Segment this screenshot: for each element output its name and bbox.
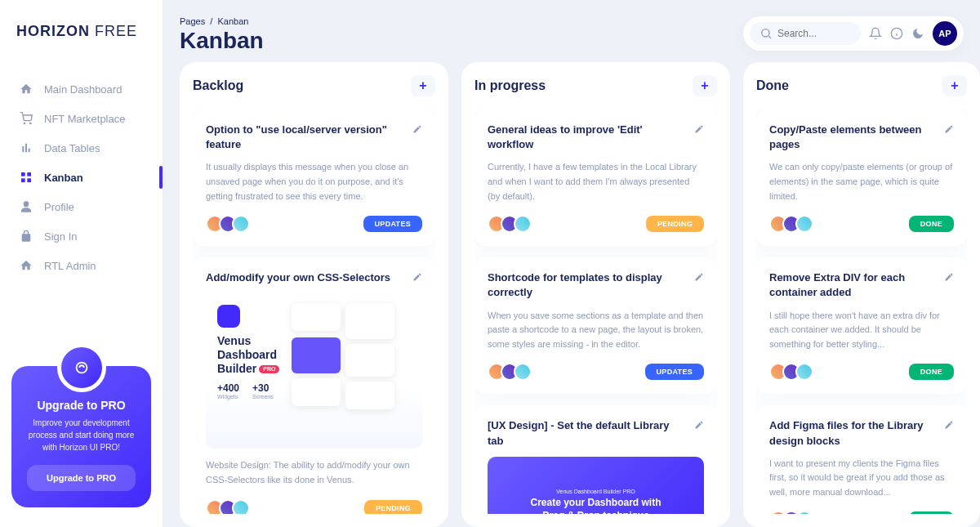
- kanban-card[interactable]: Copy/Paste elements between pagesWe can …: [756, 109, 967, 246]
- search-input[interactable]: [777, 28, 851, 39]
- kanban-card[interactable]: Option to "use local/server version" fea…: [193, 109, 435, 246]
- avatars: [769, 363, 813, 381]
- breadcrumb[interactable]: Pages / Kanban: [180, 16, 264, 26]
- avatars: [206, 499, 250, 514]
- status-badge: DONE: [909, 511, 954, 514]
- upgrade-button[interactable]: Upgrade to PRO: [27, 465, 136, 491]
- home-icon: [20, 259, 33, 272]
- nav-label: RTL Admin: [44, 260, 96, 272]
- card-footer: UPDATES: [206, 215, 422, 233]
- status-badge: UPDATES: [645, 364, 704, 380]
- avatar: [514, 215, 532, 233]
- card-title: [UX Design] - Set the default Library ta…: [488, 418, 686, 448]
- svg-point-1: [30, 123, 31, 123]
- moon-icon[interactable]: [911, 27, 924, 40]
- card-desc: We can only copy/paste elements (or grou…: [769, 160, 954, 203]
- card-title: Shortcode for templates to display corre…: [488, 270, 686, 300]
- card-footer: PENDING: [488, 215, 704, 233]
- nav-label: Kanban: [44, 172, 83, 184]
- add-card-button[interactable]: +: [411, 75, 435, 96]
- card-title: Add Figma files for the Library design b…: [769, 418, 936, 448]
- svg-rect-2: [21, 172, 25, 176]
- svg-point-6: [76, 363, 87, 373]
- bell-icon[interactable]: [869, 27, 882, 40]
- edit-icon[interactable]: [944, 418, 954, 428]
- nav-label: Main Dashboard: [44, 83, 122, 96]
- column-title: In progress: [474, 78, 546, 93]
- upgrade-icon: [57, 343, 106, 392]
- topbar: Pages / Kanban Kanban AP: [180, 16, 980, 54]
- column-done: Done+Copy/Paste elements between pagesWe…: [743, 62, 980, 527]
- sidebar-item-kanban[interactable]: Kanban: [0, 163, 163, 192]
- card-desc: Currently, I have a few templates in the…: [488, 160, 704, 203]
- sidebar-nav: Main DashboardNFT MarketplaceData Tables…: [0, 63, 163, 346]
- column-title: Backlog: [193, 78, 243, 93]
- svg-point-7: [762, 29, 769, 37]
- card-footer: DONE: [769, 363, 954, 381]
- page-title: Kanban: [180, 28, 264, 54]
- kanban-card[interactable]: Add Figma files for the Library design b…: [756, 405, 967, 514]
- avatars: [769, 511, 813, 514]
- card-desc: It usually displays this message when yo…: [206, 160, 422, 203]
- avatar: [795, 215, 813, 233]
- kanban-card[interactable]: [UX Design] - Set the default Library ta…: [474, 405, 717, 514]
- info-icon[interactable]: [890, 27, 903, 40]
- card-desc: Website Design: The ability to add/modif…: [206, 458, 422, 487]
- sidebar-item-data-tables[interactable]: Data Tables: [0, 133, 163, 163]
- sidebar-item-profile[interactable]: Profile: [0, 192, 163, 221]
- brand-name: HORIZON: [16, 23, 90, 39]
- sidebar-item-sign-in[interactable]: Sign In: [0, 221, 163, 251]
- avatars: [206, 215, 250, 233]
- brand-logo: HORIZON FREE: [0, 0, 163, 63]
- edit-icon[interactable]: [694, 270, 704, 280]
- sidebar-item-main-dashboard[interactable]: Main Dashboard: [0, 74, 163, 104]
- add-card-button[interactable]: +: [942, 75, 967, 96]
- nav-label: NFT Marketplace: [44, 113, 125, 125]
- lock-icon: [20, 230, 33, 243]
- edit-icon[interactable]: [412, 123, 422, 132]
- kanban-card[interactable]: Shortcode for templates to display corre…: [474, 257, 717, 394]
- kanban-card[interactable]: General ideas to improve 'Edit' workflow…: [474, 109, 717, 246]
- home-icon: [20, 83, 33, 96]
- card-title: Add/modify your own CSS-Selectors: [206, 270, 390, 285]
- avatars: [488, 215, 532, 233]
- card-footer: PENDING: [206, 499, 422, 514]
- edit-icon[interactable]: [694, 418, 704, 428]
- kanban-board: Backlog+Option to "use local/server vers…: [180, 62, 980, 527]
- topbar-right: AP: [743, 16, 964, 51]
- main: Pages / Kanban Kanban AP Backlog+Option …: [163, 0, 980, 527]
- avatar: [795, 363, 813, 381]
- grid-icon: [20, 171, 33, 184]
- edit-icon[interactable]: [694, 123, 704, 132]
- nav-label: Sign In: [44, 230, 77, 243]
- nav-label: Data Tables: [44, 142, 100, 154]
- card-title: Copy/Paste elements between pages: [769, 123, 936, 152]
- search-box[interactable]: [750, 22, 861, 45]
- sidebar-item-rtl-admin[interactable]: RTL Admin: [0, 251, 163, 280]
- card-title: Remove Extra DIV for each container adde…: [769, 270, 936, 300]
- card-desc: I still hope there won't have an extra d…: [769, 309, 954, 352]
- add-card-button[interactable]: +: [693, 75, 717, 96]
- card-footer: DONE: [769, 215, 954, 233]
- user-avatar[interactable]: AP: [933, 21, 957, 46]
- header-left: Pages / Kanban Kanban: [180, 16, 264, 54]
- edit-icon[interactable]: [412, 270, 422, 280]
- avatar: [232, 499, 250, 514]
- edit-icon[interactable]: [944, 123, 954, 132]
- chart-icon: [20, 141, 33, 154]
- column-backlog: Backlog+Option to "use local/server vers…: [180, 62, 448, 527]
- kanban-card[interactable]: Remove Extra DIV for each container adde…: [756, 257, 967, 394]
- kanban-card[interactable]: Add/modify your own CSS-SelectorsVenusDa…: [193, 257, 435, 514]
- avatar: [514, 363, 532, 381]
- status-badge: PENDING: [364, 500, 422, 514]
- avatar: [232, 215, 250, 233]
- upgrade-card: Upgrade to PRO Improve your development …: [11, 366, 151, 507]
- card-desc: When you save some sections as a templat…: [488, 309, 704, 352]
- column-header: Done+: [756, 75, 967, 96]
- edit-icon[interactable]: [944, 270, 954, 280]
- sidebar-item-nft-marketplace[interactable]: NFT Marketplace: [0, 104, 163, 133]
- svg-rect-4: [21, 178, 25, 182]
- column-header: In progress+: [474, 75, 717, 96]
- status-badge: DONE: [909, 216, 954, 232]
- card-list: General ideas to improve 'Edit' workflow…: [474, 109, 717, 514]
